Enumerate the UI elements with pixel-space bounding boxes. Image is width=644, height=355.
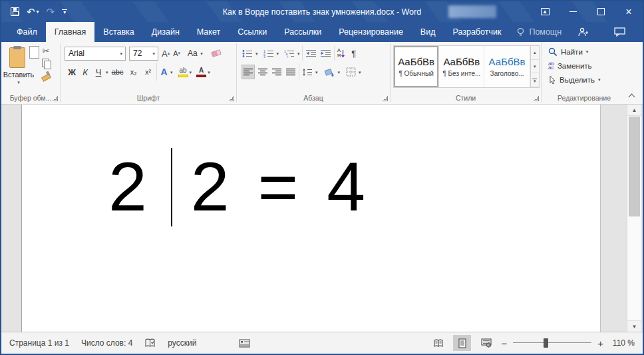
share-person-icon[interactable] [577,27,589,37]
print-layout-button[interactable] [453,335,471,351]
style-heading1[interactable]: АаБбВв Заголово... [484,46,530,87]
highlight-dropdown-icon[interactable]: ▾ [190,70,192,75]
underline-dropdown-icon[interactable]: ▾ [106,70,108,75]
sort-button[interactable]: АЯ [337,46,347,61]
clipboard-dialog-launcher[interactable] [53,96,58,101]
read-mode-button[interactable] [429,335,447,351]
style-normal[interactable]: АаБбВв ¶ Обычный [394,46,439,87]
save-button[interactable] [11,7,19,16]
increase-indent-button[interactable] [319,46,332,61]
text-effects-button[interactable]: А ▾ [161,66,173,78]
font-dialog-launcher[interactable] [229,96,234,101]
zoom-slider-thumb[interactable] [544,338,548,348]
zoom-slider[interactable] [513,338,591,348]
tab-home[interactable]: Главная [46,22,95,42]
tell-me-assistant[interactable]: Помощн [510,22,568,42]
tab-file[interactable]: Файл [8,22,46,42]
change-case-button[interactable]: Aa ▾ [188,47,203,59]
borders-dropdown-icon[interactable]: ▾ [359,70,361,75]
zoom-in-button[interactable]: + [597,338,603,348]
bold-button[interactable]: Ж [66,67,78,77]
decrease-indent-button[interactable] [305,46,317,61]
font-color-dropdown-icon[interactable]: ▾ [208,70,210,75]
ribbon-display-options-button[interactable]: ▲ [531,1,559,22]
tab-view[interactable]: Вид [412,22,444,42]
undo-button[interactable]: ↶▾ [27,7,39,17]
multilevel-dropdown-icon[interactable]: ▾ [297,51,300,56]
select-dropdown-icon[interactable]: ▾ [598,77,601,82]
zoom-level[interactable]: 110 % [609,338,635,348]
tab-review[interactable]: Рецензирование [330,22,412,42]
scrollbar-down-button[interactable]: ▼ [627,320,641,332]
scrollbar-up-button[interactable]: ▲ [627,105,641,116]
undo-dropdown-icon[interactable]: ▾ [37,9,39,15]
bullets-button[interactable] [242,46,253,61]
shrink-font-button[interactable]: А▾ [173,49,180,57]
minimize-button[interactable] [559,1,587,22]
align-right-button[interactable] [271,65,283,79]
zoom-out-button[interactable]: − [501,338,507,348]
tab-references[interactable]: Ссылки [229,22,275,42]
tab-insert[interactable]: Вставка [94,22,142,42]
paste-dropdown-icon[interactable]: ▾ [17,80,20,85]
multilevel-list-button[interactable]: 1аi [283,46,295,61]
document-page[interactable]: 2 2 = 4 [21,105,601,332]
vertical-scrollbar[interactable]: ▲ ▼ [627,105,641,332]
numbering-button[interactable]: 123 [263,46,275,61]
subscript-button[interactable]: x₂ [127,68,140,76]
tab-layout[interactable]: Макет [188,22,229,42]
page-indicator[interactable]: Страница 1 из 1 [9,338,69,348]
document-text-line[interactable]: 2 2 = 4 [108,147,370,227]
line-spacing-dropdown-icon[interactable]: ▾ [315,70,318,75]
close-button[interactable]: × [615,1,643,22]
language-indicator[interactable]: русский [168,338,196,348]
redo-button[interactable]: ↷ [47,7,55,17]
superscript-button[interactable]: x² [142,68,155,76]
styles-dialog-launcher[interactable] [534,96,539,101]
bullets-dropdown-icon[interactable]: ▾ [255,51,258,56]
paste-button[interactable]: Вставить ▾ [1,45,36,85]
comment-icon[interactable] [614,27,625,37]
styles-scroll-down[interactable]: ▾ [531,60,539,74]
word-count[interactable]: Число слов: 4 [81,338,132,348]
align-left-button[interactable] [242,65,255,79]
customize-qat-button[interactable]: ▾ [62,9,67,14]
tab-mailings[interactable]: Рассылки [275,22,330,42]
replace-button[interactable]: ab ac Заменить [542,59,627,73]
web-layout-button[interactable] [477,335,495,351]
copy-icon[interactable] [42,59,51,68]
macro-record-icon[interactable] [239,338,250,348]
font-name-combobox[interactable]: Arial ▾ [65,47,126,61]
tab-developer[interactable]: Разработчик [444,22,510,42]
select-button[interactable]: Выделить ▾ [542,73,627,87]
numbering-dropdown-icon[interactable]: ▾ [277,51,279,56]
justify-button[interactable] [285,65,297,79]
show-marks-button[interactable]: ¶ [351,46,357,61]
tab-design[interactable]: Дизайн [143,22,188,42]
styles-more-button[interactable]: ▾ [531,73,539,87]
font-size-combobox[interactable]: 72 ▾ [129,47,158,61]
paragraph-dialog-launcher[interactable] [383,96,388,101]
borders-button[interactable] [345,65,357,79]
align-center-button[interactable] [257,65,269,79]
line-spacing-button[interactable] [301,65,313,79]
format-painter-icon[interactable] [41,71,51,80]
styles-scroll-up[interactable]: ▴ [531,46,539,60]
underline-button[interactable]: Ч [92,67,104,77]
find-button[interactable]: Найти ▾ [542,45,627,59]
grow-font-button[interactable]: А▴ [162,49,170,59]
find-dropdown-icon[interactable]: ▾ [586,49,589,54]
shading-dropdown-icon[interactable]: ▾ [338,70,341,75]
maximize-button[interactable] [587,1,615,22]
font-size-dropdown-icon[interactable]: ▾ [152,51,155,56]
highlight-color-button[interactable]: ab [178,67,188,77]
shading-button[interactable] [323,65,336,79]
font-color-button[interactable]: А [196,67,206,77]
clear-formatting-button[interactable] [212,51,221,56]
proofing-status-icon[interactable] [144,338,156,348]
style-no-spacing[interactable]: АаБбВв ¶ Без инте... [439,46,484,87]
font-name-dropdown-icon[interactable]: ▾ [120,51,122,56]
italic-button[interactable]: К [79,67,91,77]
collapse-ribbon-button[interactable] [629,93,635,99]
scrollbar-thumb[interactable] [629,117,640,216]
